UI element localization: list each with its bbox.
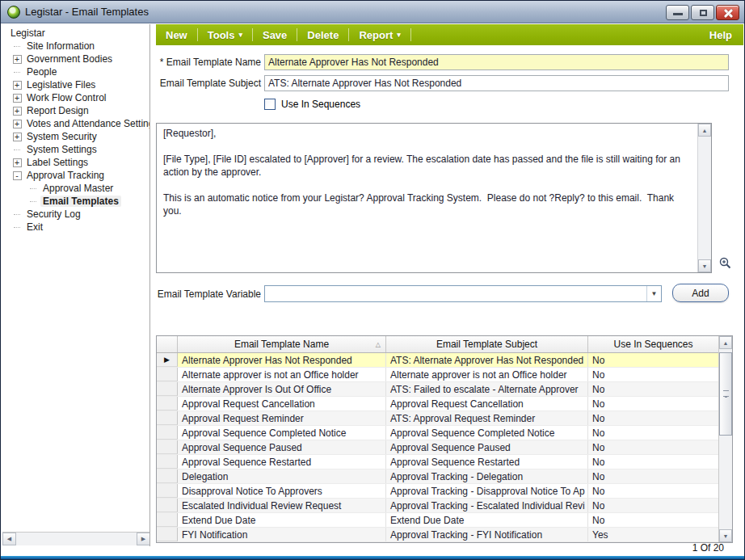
row-selector[interactable]	[157, 469, 178, 483]
sidebar-item-approval-tracking[interactable]: -Approval Tracking	[6, 169, 149, 182]
cell-use-in-sequences: No	[588, 368, 719, 381]
use-in-sequences-checkbox[interactable]	[264, 99, 276, 110]
cell-name: Alternate Approver Is Out Of Office	[178, 382, 386, 396]
table-row[interactable]: Alternate Approver Is Out Of Office ATS:…	[157, 382, 732, 397]
sidebar-item-report-design[interactable]: +Report Design	[6, 104, 149, 117]
table-row[interactable]: FYI Notification Approval Tracking - FYI…	[157, 528, 732, 542]
report-menu-button[interactable]: Report▾	[349, 29, 410, 41]
tree-root-legistar[interactable]: Legistar	[6, 27, 149, 40]
sidebar-item-legislative-files[interactable]: +Legislative Files	[6, 78, 149, 91]
scroll-left-icon[interactable]: ◀	[2, 533, 16, 545]
table-row[interactable]: Approval Sequence Paused Approval Sequen…	[157, 440, 732, 455]
row-selector[interactable]	[157, 455, 178, 469]
table-row[interactable]: Disapproval Notice To Approvers Approval…	[157, 484, 732, 499]
row-selector[interactable]	[157, 484, 178, 498]
table-row[interactable]: Approval Sequence Restarted Approval Seq…	[157, 455, 732, 469]
email-template-variable-input[interactable]	[265, 286, 646, 301]
restore-icon	[700, 10, 707, 16]
expand-plus-icon[interactable]: +	[13, 158, 22, 167]
new-button[interactable]: New	[156, 29, 197, 41]
table-row[interactable]: ▶ Alternate Approver Has Not Responded A…	[157, 353, 732, 368]
expand-plus-icon[interactable]: +	[13, 94, 22, 103]
cell-subject: ATS: Failed to escalate - Alternate Appr…	[386, 382, 588, 396]
table-row[interactable]: Approval Sequence Completed Notice Appro…	[157, 426, 732, 440]
sidebar-item-work-flow-control[interactable]: +Work Flow Control	[6, 91, 149, 104]
sidebar-item-site-information[interactable]: Site Information	[6, 40, 149, 53]
row-selector[interactable]	[157, 440, 178, 454]
collapse-minus-icon[interactable]: -	[13, 171, 22, 180]
add-button[interactable]: Add	[672, 284, 729, 302]
column-header-use-in-sequences[interactable]: Use In Sequences	[588, 336, 719, 352]
expand-plus-icon[interactable]: +	[13, 81, 22, 90]
tree-connector	[14, 214, 20, 215]
scrollbar-thumb[interactable]	[719, 352, 732, 436]
tree-connector	[14, 46, 20, 47]
table-row[interactable]: Delegation Approval Tracking - Delegatio…	[157, 469, 732, 484]
cell-name: Delegation	[178, 469, 386, 483]
table-row[interactable]: Extend Due Date Extend Due Date No	[157, 513, 732, 528]
title-bar[interactable]: Legistar - Email Templates	[1, 1, 744, 23]
restore-button[interactable]	[691, 5, 714, 20]
column-header-name[interactable]: Email Template Name△	[178, 336, 386, 352]
row-selector[interactable]	[157, 397, 178, 411]
expand-plus-icon[interactable]: +	[13, 55, 22, 64]
email-template-name-field[interactable]	[264, 54, 729, 70]
close-button[interactable]	[716, 5, 739, 20]
sidebar-item-government-bodies[interactable]: +Government Bodies	[6, 53, 149, 65]
row-selector[interactable]	[157, 411, 178, 425]
row-selector[interactable]	[157, 368, 178, 381]
scroll-down-icon[interactable]: ▼	[719, 529, 732, 542]
row-selector[interactable]: ▶	[157, 353, 178, 367]
cell-name: Alternate Approver Has Not Responded	[178, 353, 386, 367]
email-template-subject-field[interactable]	[264, 75, 729, 91]
expand-plus-icon[interactable]: +	[13, 133, 22, 141]
expand-plus-icon[interactable]: +	[13, 107, 22, 116]
delete-button[interactable]: Delete	[297, 29, 348, 41]
row-selector[interactable]	[157, 499, 178, 512]
save-button[interactable]: Save	[253, 29, 297, 41]
table-row[interactable]: Alternate approver is not an Office hold…	[157, 368, 732, 382]
expand-plus-icon[interactable]: +	[13, 120, 22, 128]
sidebar-item-exit[interactable]: Exit	[6, 221, 149, 234]
minimize-button[interactable]	[666, 5, 689, 20]
sidebar-item-label-settings[interactable]: +Label Settings	[6, 156, 149, 169]
email-template-name-label: * Email Template Name	[156, 57, 261, 68]
table-row[interactable]: Escalated Individual Review Request Appr…	[157, 499, 732, 513]
help-button[interactable]: Help	[698, 29, 743, 41]
minimize-icon	[673, 13, 683, 15]
sidebar-horizontal-scrollbar[interactable]: ◀ ▶	[2, 532, 150, 545]
sidebar-item-people[interactable]: People	[6, 65, 149, 78]
tools-menu-button[interactable]: Tools▾	[198, 29, 252, 41]
scroll-up-icon[interactable]: ▲	[719, 336, 732, 349]
sidebar-item-system-settings[interactable]: System Settings	[6, 143, 149, 156]
sidebar-item-system-security[interactable]: +System Security	[6, 130, 149, 143]
scroll-up-icon[interactable]: ▲	[698, 124, 711, 137]
application-window: Legistar - Email Templates Legistar Site…	[0, 0, 745, 560]
email-templates-table: Email Template Name△ Email Template Subj…	[156, 335, 733, 543]
cell-use-in-sequences: No	[588, 411, 719, 425]
scroll-right-icon[interactable]: ▶	[137, 533, 150, 545]
combobox-dropdown-icon[interactable]: ▼	[646, 286, 661, 301]
cell-name: Escalated Individual Review Request	[178, 499, 386, 512]
sidebar-item-email-templates[interactable]: Email Templates	[6, 195, 149, 208]
row-selector[interactable]	[157, 426, 178, 440]
scroll-down-icon[interactable]: ▼	[698, 259, 711, 272]
zoom-magnifier-icon[interactable]	[719, 257, 731, 269]
row-selector[interactable]	[157, 382, 178, 396]
column-header-subject[interactable]: Email Template Subject	[386, 336, 588, 352]
email-body-scrollbar[interactable]: ▲ ▼	[697, 124, 711, 272]
sidebar-item-approval-master[interactable]: Approval Master	[6, 182, 149, 195]
email-template-variable-combobox[interactable]: ▼	[264, 285, 662, 302]
sidebar-item-security-log[interactable]: Security Log	[6, 208, 149, 221]
cell-use-in-sequences: No	[588, 513, 719, 527]
table-row[interactable]: Approval Request Reminder ATS: Approval …	[157, 411, 732, 426]
table-row[interactable]: Approval Request Cancellation Approval R…	[157, 397, 732, 411]
row-selector[interactable]	[157, 513, 178, 527]
navigation-tree: Legistar Site Information +Government Bo…	[2, 24, 149, 234]
sidebar-item-votes-and-attendance-settings[interactable]: +Votes and Attendance Settings	[6, 117, 149, 130]
row-selector[interactable]	[157, 528, 178, 541]
table-vertical-scrollbar[interactable]: ▲ ▼	[718, 336, 732, 542]
cell-name: Extend Due Date	[178, 513, 386, 527]
email-body-text[interactable]: [Requestor], [File Type], [File ID] esca…	[157, 124, 697, 272]
email-body-editor[interactable]: [Requestor], [File Type], [File ID] esca…	[156, 123, 712, 273]
